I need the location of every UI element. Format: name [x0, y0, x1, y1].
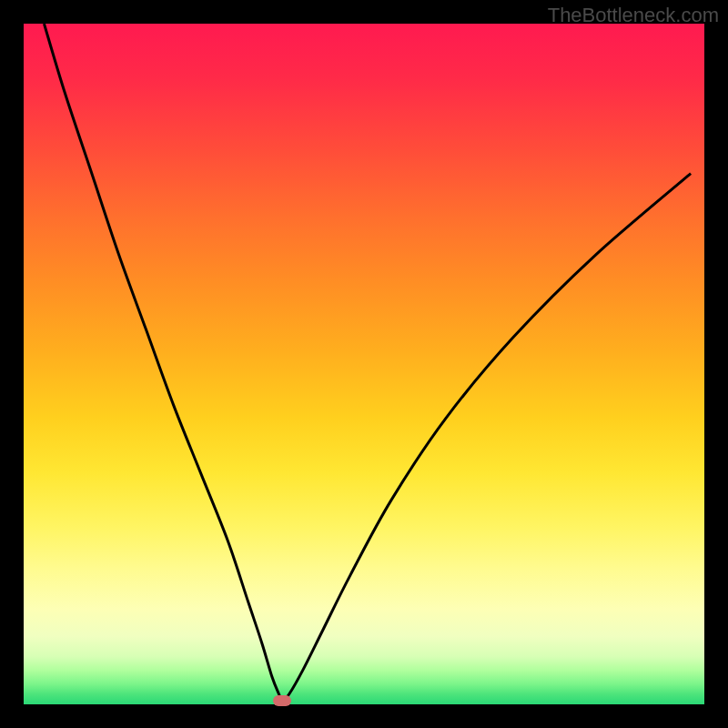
watermark-text: TheBottleneck.com	[548, 4, 719, 27]
minimum-marker	[273, 695, 291, 706]
curve-svg	[24, 24, 704, 704]
bottleneck-curve-path	[44, 24, 691, 701]
plot-area	[24, 24, 704, 704]
